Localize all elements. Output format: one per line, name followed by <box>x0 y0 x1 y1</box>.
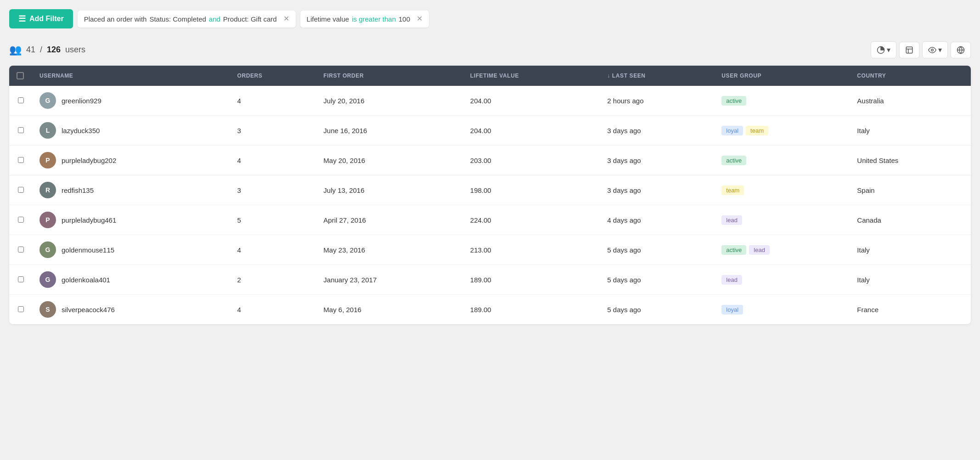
lifetime-value-cell: 203.00 <box>463 146 600 175</box>
orders-cell: 3 <box>230 116 316 146</box>
country-cell: United States <box>850 146 971 175</box>
svg-rect-1 <box>906 47 912 53</box>
filter-icon: ☰ <box>18 14 26 24</box>
avatar: S <box>39 301 56 318</box>
username-cell: Ggoldenmouse115 <box>32 235 230 265</box>
avatar: P <box>39 152 56 168</box>
count-separator: / <box>40 45 42 55</box>
orders-cell: 5 <box>230 205 316 235</box>
user-group-column-header[interactable]: USER GROUP <box>714 66 850 86</box>
table-row[interactable]: Ggoldenkoala4012January 23, 2017189.005 … <box>9 265 971 295</box>
last-seen-cell: 3 days ago <box>600 146 714 175</box>
users-table: USERNAME ORDERS FIRST ORDER LIFETIME VAL… <box>9 66 971 324</box>
filter-bar: ☰ Add Filter Placed an order with Status… <box>9 9 971 28</box>
username-cell: Ppurpleladybug202 <box>32 146 230 175</box>
country-cell: Spain <box>850 175 971 205</box>
user-group-cell: activelead <box>714 235 850 265</box>
orders-cell: 4 <box>230 235 316 265</box>
table-row[interactable]: Ppurpleladybug2024May 20, 2016203.003 da… <box>9 146 971 175</box>
first-order-cell: May 6, 2016 <box>316 295 463 325</box>
lifetime-value-cell: 204.00 <box>463 86 600 116</box>
filter-chip-1-text2: Status: Completed <box>149 15 206 23</box>
row-checkbox[interactable] <box>18 157 24 163</box>
country-cell: Australia <box>850 86 971 116</box>
username-cell: Llazyduck350 <box>32 116 230 146</box>
export-icon <box>905 46 913 54</box>
users-icon: 👥 <box>9 44 22 56</box>
username-text: purpleladybug202 <box>62 157 116 164</box>
username-cell: Rredfish135 <box>32 175 230 205</box>
row-checkbox[interactable] <box>18 247 24 252</box>
current-count: 41 <box>26 45 35 55</box>
row-checkbox[interactable] <box>18 217 24 223</box>
view-dropdown-arrow: ▾ <box>938 45 942 54</box>
avatar: G <box>39 92 56 109</box>
globe-button[interactable] <box>951 42 971 58</box>
row-checkbox[interactable] <box>18 187 24 193</box>
username-cell: Ssilverpeacock476 <box>32 295 230 325</box>
row-checkbox-cell <box>9 146 32 175</box>
tag-team: team <box>721 185 744 195</box>
row-checkbox-cell <box>9 86 32 116</box>
user-count: 👥 41 / 126 users <box>9 44 85 56</box>
table-row[interactable]: Ssilverpeacock4764May 6, 2016189.005 day… <box>9 295 971 325</box>
first-order-cell: June 16, 2016 <box>316 116 463 146</box>
export-button[interactable] <box>899 42 919 58</box>
username-text: goldenmouse115 <box>62 246 114 254</box>
chart-icon <box>877 46 885 54</box>
country-column-header[interactable]: COUNTRY <box>850 66 971 86</box>
filter-chip-2-greater-than: is greater than <box>352 15 396 23</box>
last-seen-cell: 5 days ago <box>600 265 714 295</box>
orders-cell: 2 <box>230 265 316 295</box>
country-cell: Italy <box>850 265 971 295</box>
select-all-checkbox[interactable] <box>17 72 24 79</box>
row-checkbox-cell <box>9 235 32 265</box>
first-order-cell: July 13, 2016 <box>316 175 463 205</box>
username-text: silverpeacock476 <box>62 306 115 314</box>
last-seen-column-header[interactable]: ↓ LAST SEEN <box>600 66 714 86</box>
table-row[interactable]: Llazyduck3503June 16, 2016204.003 days a… <box>9 116 971 146</box>
users-table-container: USERNAME ORDERS FIRST ORDER LIFETIME VAL… <box>9 66 971 324</box>
tag-active: active <box>721 156 746 165</box>
table-row[interactable]: Ggreenlion9294July 20, 2016204.002 hours… <box>9 86 971 116</box>
filter-chip-2-text1: Lifetime value <box>307 15 349 23</box>
svg-point-4 <box>931 49 934 51</box>
username-text: goldenkoala401 <box>62 276 110 284</box>
first-order-column-header[interactable]: FIRST ORDER <box>316 66 463 86</box>
last-seen-cell: 3 days ago <box>600 175 714 205</box>
eye-icon <box>928 46 936 54</box>
first-order-cell: May 20, 2016 <box>316 146 463 175</box>
row-checkbox[interactable] <box>18 276 24 282</box>
username-column-header[interactable]: USERNAME <box>32 66 230 86</box>
username-text: redfish135 <box>62 186 94 194</box>
tag-loyal: loyal <box>721 126 743 135</box>
country-cell: France <box>850 295 971 325</box>
lifetime-value-column-header[interactable]: LIFETIME VALUE <box>463 66 600 86</box>
last-seen-cell: 3 days ago <box>600 116 714 146</box>
row-checkbox[interactable] <box>18 97 24 103</box>
orders-column-header[interactable]: ORDERS <box>230 66 316 86</box>
count-label: users <box>65 45 85 55</box>
filter-chip-1-and: and <box>209 15 220 23</box>
checkbox-column-header <box>9 66 32 86</box>
table-row[interactable]: Ggoldenmouse1154May 23, 2016213.005 days… <box>9 235 971 265</box>
orders-cell: 4 <box>230 146 316 175</box>
last-seen-cell: 5 days ago <box>600 235 714 265</box>
lifetime-value-cell: 189.00 <box>463 265 600 295</box>
user-group-cell: active <box>714 146 850 175</box>
row-checkbox[interactable] <box>18 306 24 312</box>
view-button[interactable]: ▾ <box>922 41 948 58</box>
table-row[interactable]: Ppurpleladybug4615April 27, 2016224.004 … <box>9 205 971 235</box>
table-header-row: USERNAME ORDERS FIRST ORDER LIFETIME VAL… <box>9 66 971 86</box>
username-text: lazyduck350 <box>62 127 100 135</box>
add-filter-button[interactable]: ☰ Add Filter <box>9 9 73 28</box>
row-checkbox-cell <box>9 175 32 205</box>
user-group-cell: lead <box>714 205 850 235</box>
table-row[interactable]: Rredfish1353July 13, 2016198.003 days ag… <box>9 175 971 205</box>
filter-chip-1-close[interactable]: ✕ <box>283 15 289 22</box>
filter-chip-2-close[interactable]: ✕ <box>417 15 422 22</box>
chart-button[interactable]: ▾ <box>871 41 896 58</box>
username-cell: Ggoldenkoala401 <box>32 265 230 295</box>
row-checkbox[interactable] <box>18 127 24 133</box>
tag-team: team <box>746 126 768 135</box>
